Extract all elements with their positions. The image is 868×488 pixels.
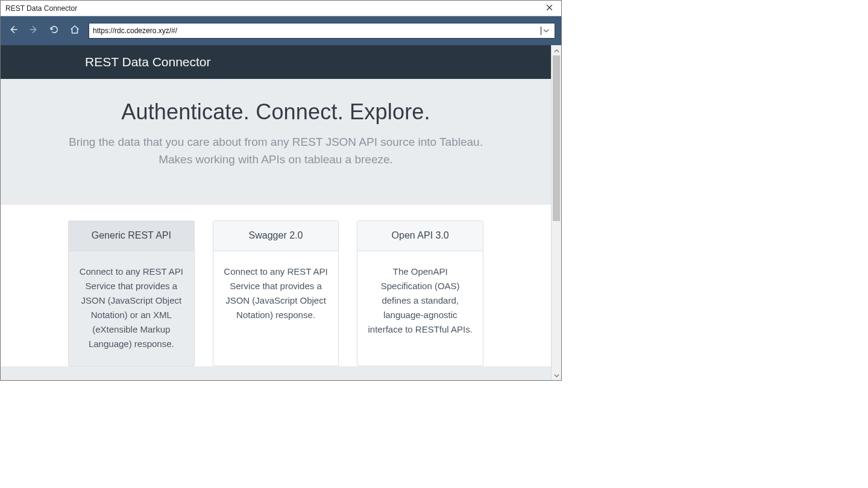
chevron-down-icon xyxy=(543,25,549,36)
window-title: REST Data Connector xyxy=(5,4,541,13)
hero-title: Authenticate. Connect. Explore. xyxy=(25,99,527,125)
scroll-down-button[interactable] xyxy=(552,370,561,380)
hero-subtitle: Bring the data that you care about from … xyxy=(25,133,527,169)
card-body: Connect to any REST API Service that pro… xyxy=(69,251,194,366)
app-header: REST Data Connector xyxy=(1,45,551,79)
chevron-down-icon xyxy=(554,370,559,381)
close-icon xyxy=(546,4,553,13)
nav-reload-button[interactable] xyxy=(48,24,61,37)
vertical-scrollbar[interactable] xyxy=(551,45,561,380)
url-input[interactable] xyxy=(93,27,541,35)
card-generic-rest[interactable]: Generic REST API Connect to any REST API… xyxy=(68,221,195,366)
card-body: The OpenAPI Specification (OAS) defines … xyxy=(357,251,483,351)
browser-navbar xyxy=(1,16,561,45)
url-bar[interactable] xyxy=(89,23,555,39)
arrow-right-icon xyxy=(28,24,39,37)
hero-section: Authenticate. Connect. Explore. Bring th… xyxy=(1,79,551,205)
card-swagger[interactable]: Swagger 2.0 Connect to any REST API Serv… xyxy=(213,221,339,366)
hero-line1: Bring the data that you care about from … xyxy=(69,136,483,148)
card-title: Swagger 2.0 xyxy=(213,221,339,251)
hero-line2: Makes working with APIs on tableau a bre… xyxy=(159,153,393,166)
scroll-thumb[interactable] xyxy=(553,55,560,221)
nav-forward-button[interactable] xyxy=(27,24,40,37)
page-content: REST Data Connector Authenticate. Connec… xyxy=(1,45,551,380)
nav-back-button[interactable] xyxy=(7,24,20,37)
chevron-up-icon xyxy=(554,45,559,56)
nav-home-button[interactable] xyxy=(68,24,81,37)
card-title: Generic REST API xyxy=(69,221,194,251)
url-dropdown-button[interactable] xyxy=(541,23,551,38)
scroll-up-button[interactable] xyxy=(552,45,561,55)
reload-icon xyxy=(49,24,60,37)
card-title: Open API 3.0 xyxy=(357,221,483,251)
app-window: REST Data Connector xyxy=(0,0,562,381)
arrow-left-icon xyxy=(8,24,19,37)
card-openapi[interactable]: Open API 3.0 The OpenAPI Specification (… xyxy=(357,221,483,366)
card-body: Connect to any REST API Service that pro… xyxy=(213,251,339,337)
window-titlebar: REST Data Connector xyxy=(1,1,561,16)
app-brand: REST Data Connector xyxy=(85,55,211,69)
card-row: Generic REST API Connect to any REST API… xyxy=(1,205,551,366)
home-icon xyxy=(69,24,80,37)
viewport: REST Data Connector Authenticate. Connec… xyxy=(1,45,561,380)
window-close-button[interactable] xyxy=(541,2,558,14)
